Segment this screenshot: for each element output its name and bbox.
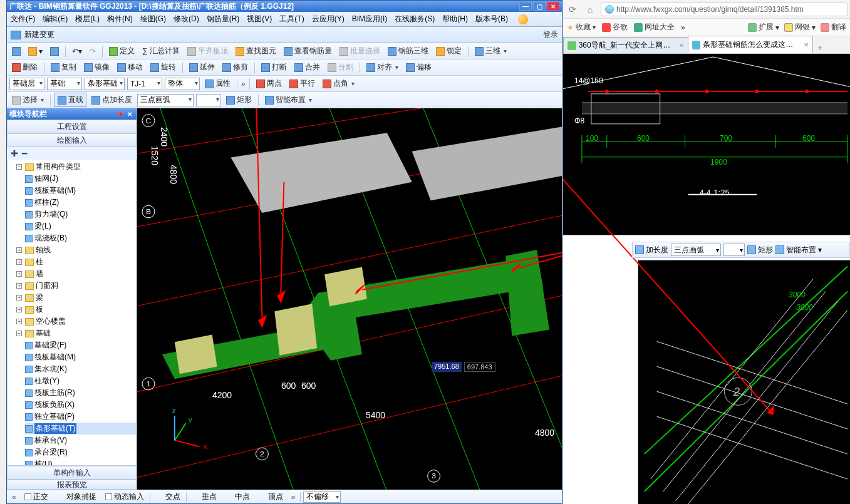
undo-button[interactable]: ↶▾: [70, 46, 85, 57]
mini-arc3[interactable]: 三点画弧: [671, 244, 721, 256]
select-tool[interactable]: 选择: [9, 93, 46, 106]
tree-item[interactable]: 承台梁(R): [25, 446, 136, 458]
mini-empty[interactable]: [723, 244, 745, 256]
reload-icon[interactable]: ⟳: [566, 3, 579, 16]
menu-bim[interactable]: BIM应用(I): [352, 14, 388, 24]
menu-tools[interactable]: 工具(T): [279, 14, 304, 24]
rect-tool[interactable]: 矩形: [224, 93, 254, 106]
new-change-icon[interactable]: [11, 31, 21, 39]
align-button[interactable]: 对齐: [364, 61, 401, 74]
category-combo[interactable]: 基础: [47, 78, 82, 90]
view-rebar-button[interactable]: 查看钢筋量: [281, 44, 334, 58]
translate-button[interactable]: 翻译: [821, 22, 846, 33]
three-d-button[interactable]: 三维: [472, 44, 509, 58]
panel-close-icon[interactable]: ✕: [125, 110, 134, 118]
tab-close-icon[interactable]: ✕: [679, 42, 684, 49]
version-icon[interactable]: [518, 14, 528, 24]
open-file-button[interactable]: ▾: [26, 46, 45, 57]
mini-rect[interactable]: 矩形: [747, 245, 773, 255]
new-file-button[interactable]: [9, 46, 23, 57]
menu-modify[interactable]: 修改(D): [174, 14, 199, 24]
tree-folder[interactable]: +墙: [16, 268, 136, 280]
two-point-button[interactable]: 两点: [254, 77, 284, 90]
left-overflow[interactable]: «: [9, 493, 19, 501]
delete-button[interactable]: 删除: [9, 61, 40, 74]
tree-item[interactable]: 筏板基础(M): [25, 351, 136, 363]
rebar-3d-button[interactable]: 钢筋三维: [385, 44, 431, 58]
tree-folder[interactable]: +柱: [16, 256, 136, 268]
arc3-combo[interactable]: 三点画弧: [137, 94, 194, 106]
sum-button[interactable]: ∑ 汇总计算: [140, 44, 182, 58]
menu-draw[interactable]: 绘图(G): [140, 14, 166, 24]
type-combo[interactable]: 条形基础: [85, 78, 125, 90]
menu-floor[interactable]: 楼层(L): [75, 14, 100, 24]
menu-file[interactable]: 文件(F): [11, 14, 35, 24]
tree-item[interactable]: 框柱(Z): [25, 197, 136, 208]
component-tree[interactable]: −常用构件类型 轴网(J) 筏板基础(M) 框柱(Z) 剪力墙(Q) 梁(L) …: [7, 160, 137, 466]
bank-button[interactable]: 网银▾: [784, 22, 816, 33]
scope-combo[interactable]: 整体: [165, 78, 200, 90]
tab-close-icon[interactable]: ✕: [804, 41, 809, 48]
copy-button[interactable]: 复制: [48, 61, 79, 74]
tree-item[interactable]: 桩(U): [25, 458, 136, 466]
move-button[interactable]: 移动: [115, 61, 145, 74]
menu-cloud[interactable]: 云应用(Y): [312, 14, 345, 24]
parallel-button[interactable]: 平行: [287, 77, 318, 90]
tree-item[interactable]: 筏板负筋(X): [25, 399, 136, 411]
google-link[interactable]: 谷歌: [602, 22, 628, 33]
3d-viewport[interactable]: C B 1 2 3: [137, 108, 562, 490]
snap-perp[interactable]: 垂点: [189, 490, 220, 503]
sites-link[interactable]: 网址大全: [634, 22, 675, 33]
maximize-button[interactable]: ▢: [533, 2, 546, 11]
remove-icon[interactable]: ━: [22, 148, 27, 158]
lock-button[interactable]: 锁定: [433, 44, 464, 58]
offset-button[interactable]: 偏移: [403, 61, 434, 74]
tree-folder[interactable]: +空心楼盖: [16, 316, 136, 327]
break-button[interactable]: 打断: [259, 61, 289, 74]
favorites-link[interactable]: ★收藏▾: [567, 22, 596, 33]
close-button[interactable]: ✕: [547, 2, 559, 11]
menu-rebar[interactable]: 钢筋量(R): [207, 14, 240, 24]
section-project[interactable]: 工程设置: [7, 120, 137, 133]
menu-component[interactable]: 构件(N): [107, 14, 133, 24]
rotate-button[interactable]: 旋转: [148, 61, 179, 74]
add-icon[interactable]: ✚: [11, 148, 18, 158]
tree-folder-foundation[interactable]: −基础: [16, 327, 136, 339]
section-draw[interactable]: 绘图输入: [7, 133, 137, 147]
add-tab-button[interactable]: ＋: [812, 43, 827, 53]
tree-item[interactable]: 柱墩(Y): [25, 375, 136, 387]
section-single[interactable]: 单构件输入: [7, 466, 137, 480]
menu-edit[interactable]: 编辑(E): [43, 14, 68, 24]
bookmark-overflow[interactable]: »: [681, 23, 685, 32]
properties-button[interactable]: 属性: [202, 77, 233, 90]
snap-overflow[interactable]: »: [289, 493, 298, 501]
name-combo[interactable]: TJ-1: [127, 78, 162, 90]
section-report[interactable]: 报表预览: [7, 480, 137, 490]
tree-root[interactable]: −常用构件类型: [16, 161, 136, 173]
browser-tab[interactable]: 360导航_新一代安全上网导航✕: [563, 37, 688, 53]
minimize-button[interactable]: —: [519, 2, 532, 11]
trim-button[interactable]: 修剪: [220, 61, 251, 74]
mini-ptlen[interactable]: 加长度: [635, 245, 668, 255]
tree-folder[interactable]: +轴线: [16, 244, 136, 256]
new-change-label[interactable]: 新建变更: [24, 29, 54, 40]
snap-cross[interactable]: 交点: [153, 490, 184, 503]
tree-item[interactable]: 筏板基础(M): [25, 185, 136, 197]
tree-item[interactable]: 梁(L): [25, 220, 136, 232]
point-angle-button[interactable]: 点角: [320, 77, 357, 90]
tree-item[interactable]: 现浇板(B): [25, 232, 136, 244]
menu-version[interactable]: 版本号(B): [475, 14, 508, 24]
dyn-toggle[interactable]: 动态输入: [102, 490, 147, 503]
browser-tab-active[interactable]: 条形基础钢筋怎么变成这样了-/✕: [688, 36, 813, 53]
tree-item[interactable]: 独立基础(P): [25, 411, 136, 423]
define-button[interactable]: 定义: [106, 44, 137, 58]
tree-item[interactable]: 筏板主筋(R): [25, 387, 136, 399]
menu-help[interactable]: 帮助(H): [442, 14, 468, 24]
panel-pin-icon[interactable]: 📌: [115, 110, 124, 118]
ext-button[interactable]: 扩展▾: [748, 22, 779, 33]
menu-online[interactable]: 在线服务(S): [395, 14, 435, 24]
login-link[interactable]: 登录: [543, 29, 558, 40]
osnap-toggle[interactable]: 对象捕捉: [54, 490, 100, 503]
tree-item-selected[interactable]: 条形基础(T): [25, 423, 136, 435]
menu-view[interactable]: 视图(V): [247, 14, 272, 24]
